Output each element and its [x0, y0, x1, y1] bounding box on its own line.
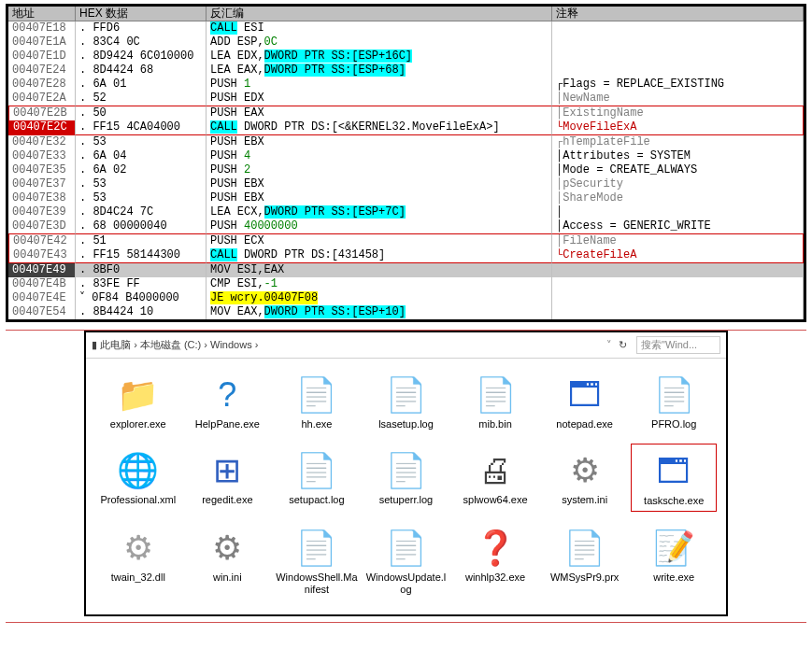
hex-cell[interactable]: . 53: [76, 135, 207, 149]
disasm-cell[interactable]: PUSH 2: [207, 163, 552, 177]
file-item[interactable]: 🗔notepad.exe: [542, 368, 628, 434]
comment-cell[interactable]: [552, 35, 804, 49]
addr-cell[interactable]: 00407E43: [8, 248, 76, 263]
comment-cell[interactable]: │FileName: [552, 233, 804, 248]
disasm-cell[interactable]: PUSH 4: [207, 149, 552, 163]
breadcrumb-seg-2[interactable]: Windows: [210, 339, 252, 350]
addr-cell[interactable]: 00407E28: [8, 78, 76, 92]
file-item[interactable]: 📝write.exe: [631, 521, 717, 600]
file-item[interactable]: ⊞regedit.exe: [185, 444, 271, 512]
hex-cell[interactable]: . 6A 02: [76, 163, 207, 177]
hex-cell[interactable]: . 83FE FF: [76, 277, 207, 291]
disassembly-grid[interactable]: 地址 HEX 数据 反汇编 注释 00407E18. FFD6CALL ESI0…: [8, 7, 804, 319]
addr-cell[interactable]: 00407E39: [8, 205, 76, 219]
hex-cell[interactable]: . 53: [76, 191, 207, 205]
comment-cell[interactable]: [552, 49, 804, 63]
disasm-cell[interactable]: CALL DWORD PTR DS:[<&KERNEL32.MoveFileEx…: [207, 120, 552, 135]
comment-cell[interactable]: │: [552, 205, 804, 219]
file-item[interactable]: 📄WindowsShell.Manifest: [274, 521, 360, 600]
disasm-cell[interactable]: ADD ESP,0C: [207, 35, 552, 49]
addr-cell[interactable]: 00407E35: [8, 163, 76, 177]
hex-cell[interactable]: . 53: [76, 177, 207, 191]
disasm-cell[interactable]: PUSH EBX: [207, 191, 552, 205]
comment-cell[interactable]: [552, 263, 804, 277]
disasm-cell[interactable]: LEA EDX,DWORD PTR SS:[ESP+16C]: [207, 49, 552, 63]
col-disassembly[interactable]: 反汇编: [207, 7, 552, 21]
hex-cell[interactable]: . FF15 58144300: [76, 248, 207, 263]
comment-cell[interactable]: [552, 291, 804, 305]
comment-cell[interactable]: │Mode = CREATE_ALWAYS: [552, 163, 804, 177]
file-item[interactable]: 📁explorer.exe: [95, 368, 181, 434]
chevron-down-icon[interactable]: ˅: [603, 339, 616, 351]
disasm-cell[interactable]: PUSH EBX: [207, 135, 552, 149]
col-comment[interactable]: 注释: [552, 7, 804, 21]
hex-cell[interactable]: . 83C4 0C: [76, 35, 207, 49]
file-item[interactable]: 📄mib.bin: [452, 368, 538, 434]
disasm-cell[interactable]: PUSH EDX: [207, 92, 552, 106]
disasm-cell[interactable]: JE wcry.00407F08: [207, 291, 552, 305]
addr-cell[interactable]: 00407E2A: [8, 92, 76, 106]
hex-cell[interactable]: . 6A 04: [76, 149, 207, 163]
disasm-cell[interactable]: CALL ESI: [207, 21, 552, 35]
col-address[interactable]: 地址: [8, 7, 76, 21]
comment-cell[interactable]: ┌hTemplateFile: [552, 135, 804, 149]
addr-cell[interactable]: 00407E2B: [8, 106, 76, 120]
addr-cell[interactable]: 00407E4E: [8, 291, 76, 305]
comment-cell[interactable]: [552, 305, 804, 319]
addr-cell[interactable]: 00407E18: [8, 21, 76, 35]
hex-cell[interactable]: . 8B4424 10: [76, 305, 207, 319]
disasm-cell[interactable]: MOV ESI,EAX: [207, 263, 552, 277]
disasm-cell[interactable]: MOV EAX,DWORD PTR SS:[ESP+10]: [207, 305, 552, 319]
addr-cell[interactable]: 00407E3D: [8, 219, 76, 233]
file-item[interactable]: ?HelpPane.exe: [185, 368, 271, 434]
file-item[interactable]: 📄WindowsUpdate.log: [363, 521, 449, 600]
hex-cell[interactable]: . FFD6: [76, 21, 207, 35]
comment-cell[interactable]: │NewName: [552, 92, 804, 106]
disasm-cell[interactable]: LEA ECX,DWORD PTR SS:[ESP+7C]: [207, 205, 552, 219]
hex-cell[interactable]: . FF15 4CA04000: [76, 120, 207, 135]
hex-cell[interactable]: . 8D4424 68: [76, 63, 207, 78]
addr-cell[interactable]: 00407E54: [8, 305, 76, 319]
comment-cell[interactable]: └MoveFileExA: [552, 120, 804, 135]
file-item[interactable]: 📄lsasetup.log: [363, 368, 449, 434]
file-item[interactable]: 🖨splwow64.exe: [452, 444, 538, 512]
file-item[interactable]: ⚙twain_32.dll: [95, 521, 181, 600]
addr-cell[interactable]: 00407E1A: [8, 35, 76, 49]
disasm-cell[interactable]: CMP ESI,-1: [207, 277, 552, 291]
file-item[interactable]: ❓winhlp32.exe: [452, 521, 538, 600]
disasm-cell[interactable]: PUSH ECX: [207, 233, 552, 248]
refresh-icon[interactable]: ↻: [616, 339, 629, 351]
disasm-cell[interactable]: CALL DWORD PTR DS:[431458]: [207, 248, 552, 263]
addr-cell[interactable]: 00407E49: [8, 263, 76, 277]
file-item[interactable]: 📄setupact.log: [274, 444, 360, 512]
file-item[interactable]: 🌐Professional.xml: [95, 444, 181, 512]
hex-cell[interactable]: . 68 00000040: [76, 219, 207, 233]
disasm-cell[interactable]: LEA EAX,DWORD PTR SS:[ESP+68]: [207, 63, 552, 78]
disasm-cell[interactable]: PUSH 1: [207, 78, 552, 92]
file-item[interactable]: 📄PFRO.log: [631, 368, 717, 434]
comment-cell[interactable]: │Attributes = SYSTEM: [552, 149, 804, 163]
comment-cell[interactable]: [552, 277, 804, 291]
file-item[interactable]: 📄setuperr.log: [363, 444, 449, 512]
hex-cell[interactable]: . 51: [76, 233, 207, 248]
addr-cell[interactable]: 00407E2C: [8, 120, 76, 135]
addr-cell[interactable]: 00407E4B: [8, 277, 76, 291]
file-item[interactable]: ⚙system.ini: [542, 444, 628, 512]
comment-cell[interactable]: │ExistingName: [552, 106, 804, 120]
addr-cell[interactable]: 00407E32: [8, 135, 76, 149]
addr-cell[interactable]: 00407E42: [8, 233, 76, 248]
comment-cell[interactable]: │pSecurity: [552, 177, 804, 191]
file-item[interactable]: 📄WMSysPr9.prx: [542, 521, 628, 600]
breadcrumb-seg-0[interactable]: 此电脑: [100, 339, 131, 350]
comment-cell[interactable]: [552, 63, 804, 78]
disasm-cell[interactable]: PUSH EBX: [207, 177, 552, 191]
comment-cell[interactable]: └CreateFileA: [552, 248, 804, 263]
hex-cell[interactable]: . 8D9424 6C010000: [76, 49, 207, 63]
disasm-cell[interactable]: PUSH EAX: [207, 106, 552, 120]
addr-cell[interactable]: 00407E24: [8, 63, 76, 78]
file-item[interactable]: 🗔tasksche.exe: [631, 444, 717, 512]
addr-cell[interactable]: 00407E38: [8, 191, 76, 205]
comment-cell[interactable]: │ShareMode: [552, 191, 804, 205]
addr-cell[interactable]: 00407E37: [8, 177, 76, 191]
hex-cell[interactable]: . 8BF0: [76, 263, 207, 277]
